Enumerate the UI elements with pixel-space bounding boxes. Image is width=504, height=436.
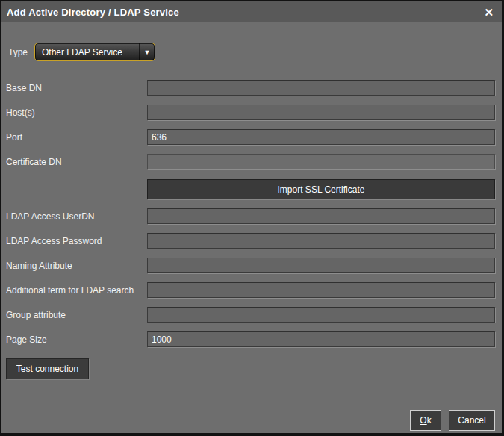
hosts-label: Host(s) xyxy=(6,108,147,118)
cancel-button[interactable]: Cancel xyxy=(449,410,495,431)
ldap-access-userdn-row: LDAP Access UserDN xyxy=(1,208,502,224)
type-row: Type Other LDAP Service ▼ xyxy=(1,43,502,61)
port-input[interactable] xyxy=(147,129,495,145)
certificate-dn-row: Certificate DN xyxy=(1,154,502,169)
import-ssl-certificate-button[interactable]: Import SSL Certificate xyxy=(147,179,495,199)
hosts-row: Host(s) xyxy=(1,105,502,120)
naming-attribute-row: Naming Attribute xyxy=(1,258,502,273)
type-selected-value: Other LDAP Service xyxy=(42,47,122,57)
port-label: Port xyxy=(6,132,147,143)
chevron-down-icon[interactable]: ▼ xyxy=(139,43,155,60)
close-icon[interactable]: ✕ xyxy=(484,7,494,18)
group-attribute-input[interactable] xyxy=(147,307,495,323)
type-label: Type xyxy=(8,47,28,57)
base-dn-input[interactable] xyxy=(147,80,495,96)
dialog-titlebar: Add Active Directory / LDAP Service ✕ xyxy=(1,1,502,22)
test-connection-row: Test connection xyxy=(1,358,502,379)
naming-attribute-label: Naming Attribute xyxy=(6,261,147,271)
certificate-dn-input[interactable] xyxy=(147,154,495,169)
ldap-access-password-row: LDAP Access Password xyxy=(1,233,502,249)
page-size-input[interactable] xyxy=(147,331,495,347)
ldap-access-password-label: LDAP Access Password xyxy=(6,236,147,246)
ok-label: k xyxy=(427,415,432,426)
page-size-row: Page Size xyxy=(1,331,502,347)
certificate-dn-label: Certificate DN xyxy=(6,157,147,167)
additional-term-row: Additional term for LDAP search xyxy=(1,282,502,298)
type-select[interactable]: Other LDAP Service ▼ xyxy=(34,43,155,61)
naming-attribute-input[interactable] xyxy=(147,258,495,273)
group-attribute-label: Group attribute xyxy=(6,310,147,320)
add-ldap-service-dialog: Add Active Directory / LDAP Service ✕ Ty… xyxy=(0,0,504,436)
ldap-access-password-input[interactable] xyxy=(147,233,495,249)
dialog-footer: Ok Cancel xyxy=(410,410,495,431)
base-dn-row: Base DN xyxy=(1,80,502,96)
hosts-input[interactable] xyxy=(147,105,495,120)
port-row: Port xyxy=(1,129,502,145)
test-connection-button[interactable]: Test connection xyxy=(6,358,89,379)
additional-term-input[interactable] xyxy=(147,282,495,298)
ldap-form: Base DN Host(s) Port Certificate DN Impo… xyxy=(1,80,502,347)
import-ssl-row: Import SSL Certificate xyxy=(1,179,502,199)
test-connection-label: est connection xyxy=(21,364,78,374)
ok-button[interactable]: Ok xyxy=(410,410,441,431)
ldap-access-userdn-input[interactable] xyxy=(147,208,495,224)
ldap-access-userdn-label: LDAP Access UserDN xyxy=(6,211,147,222)
base-dn-label: Base DN xyxy=(6,83,147,93)
page-size-label: Page Size xyxy=(6,334,147,345)
dialog-title: Add Active Directory / LDAP Service xyxy=(7,7,179,18)
group-attribute-row: Group attribute xyxy=(1,307,502,323)
ok-mnemonic: O xyxy=(420,415,426,426)
additional-term-label: Additional term for LDAP search xyxy=(6,285,147,296)
